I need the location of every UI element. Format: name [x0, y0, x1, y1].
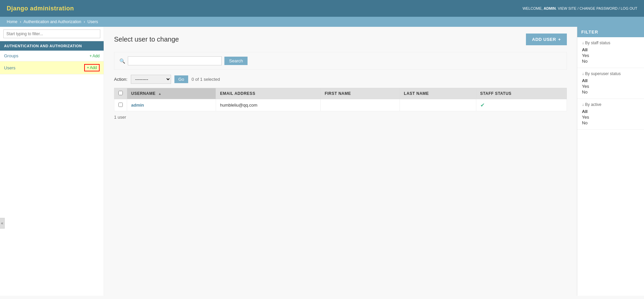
row-checkbox-col — [114, 99, 127, 111]
filter-section: ↓ By superuser statusAllYesNo — [577, 68, 644, 99]
filter-section: ↓ By staff statusAllYesNo — [577, 37, 644, 68]
filter-option[interactable]: All — [582, 109, 639, 114]
plus-icon: + — [90, 54, 92, 58]
add-user-label: ADD USER — [532, 37, 556, 42]
col-last-name[interactable]: LAST NAME — [400, 88, 476, 99]
sidebar-users-link[interactable]: Users — [4, 65, 15, 70]
users-table: USERNAME ▲ EMAIL ADDRESS FIRST NAME LAST… — [114, 88, 567, 111]
filter-header: FILTER — [577, 27, 644, 37]
table-body: admin humbleliu@qq.com ✔ — [114, 99, 567, 111]
log-out-link[interactable]: LOG OUT — [621, 6, 637, 10]
search-button[interactable]: Search — [224, 57, 248, 65]
col-first-name-label: FIRST NAME — [325, 91, 351, 96]
result-count: 1 user — [114, 115, 567, 120]
select-all-checkbox[interactable] — [118, 91, 123, 95]
row-username: admin — [127, 99, 216, 111]
actions-bar: Action: --------- Go 0 of 1 selected — [114, 75, 567, 84]
sidebar-filter — [0, 27, 104, 41]
filter-section: ↓ By activeAllYesNo — [577, 99, 644, 130]
add-label: Add — [93, 54, 100, 58]
content-header: Select user to change ADD USER + — [114, 34, 567, 45]
filter-option-inactive: No — [582, 120, 639, 125]
sidebar-filter-input[interactable] — [3, 29, 100, 38]
filter-section-title: ↓ By superuser status — [582, 71, 639, 76]
main-content: Select user to change ADD USER + 🔍 Searc… — [104, 27, 577, 296]
col-email[interactable]: EMAIL ADDRESS — [216, 88, 320, 99]
filter-section-title: ↓ By active — [582, 102, 639, 107]
view-site-link[interactable]: VIEW SITE — [558, 6, 577, 10]
row-staff-status: ✔ — [476, 99, 567, 111]
add-user-button[interactable]: ADD USER + — [526, 34, 567, 45]
collapse-sidebar-button[interactable]: « — [0, 218, 5, 229]
table-header-row: USERNAME ▲ EMAIL ADDRESS FIRST NAME LAST… — [114, 88, 567, 99]
filter-section-title: ↓ By staff status — [582, 41, 639, 45]
site-title: Django administration — [7, 5, 74, 12]
staff-status-icon: ✔ — [480, 102, 485, 108]
change-password-link[interactable]: CHANGE PASSWORD — [580, 6, 618, 10]
breadcrumb: Home › Authentication and Authorization … — [0, 17, 644, 27]
row-checkbox[interactable] — [118, 103, 123, 107]
filter-option-inactive: No — [582, 59, 639, 64]
username-link[interactable]: admin — [131, 103, 144, 108]
select-all-col — [114, 88, 127, 99]
filter-option-inactive: Yes — [582, 53, 639, 58]
filter-option-inactive: No — [582, 89, 639, 95]
add-icon: + — [558, 37, 561, 42]
user-tools: WELCOME, ADMIN. VIEW SITE / CHANGE PASSW… — [523, 6, 637, 10]
sidebar-users-add[interactable]: + Add — [84, 64, 100, 71]
breadcrumb-separator-2: › — [84, 19, 85, 24]
sidebar-groups-add[interactable]: + Add — [90, 54, 100, 58]
plus-icon: + — [87, 65, 89, 70]
col-staff-status[interactable]: STAFF STATUS — [476, 88, 567, 99]
content-wrapper: AUTHENTICATION AND AUTHORIZATION Groups … — [0, 27, 644, 296]
search-bar: 🔍 Search — [114, 52, 567, 70]
row-last-name — [400, 99, 476, 111]
page-title: Select user to change — [114, 36, 179, 43]
sidebar: AUTHENTICATION AND AUTHORIZATION Groups … — [0, 27, 104, 296]
search-input[interactable] — [128, 56, 222, 65]
breadcrumb-current: Users — [88, 19, 98, 24]
filter-option-inactive: Yes — [582, 115, 639, 120]
selected-count: 0 of 1 selected — [192, 77, 220, 82]
breadcrumb-home[interactable]: Home — [7, 19, 17, 24]
sidebar-item-groups: Groups + Add — [0, 51, 104, 61]
filter-option[interactable]: All — [582, 47, 639, 52]
username: ADMIN — [544, 6, 556, 10]
filter-option-inactive: Yes — [582, 84, 639, 89]
header: Django administration WELCOME, ADMIN. VI… — [0, 0, 644, 17]
sort-arrow-icon: ▲ — [158, 92, 162, 96]
col-last-name-label: LAST NAME — [404, 91, 429, 96]
col-username[interactable]: USERNAME ▲ — [127, 88, 216, 99]
module-header: AUTHENTICATION AND AUTHORIZATION — [0, 41, 104, 51]
welcome-text: WELCOME, — [523, 6, 543, 10]
breadcrumb-section[interactable]: Authentication and Authorization — [23, 19, 81, 24]
col-staff-status-label: STAFF STATUS — [480, 91, 512, 96]
add-label: Add — [90, 65, 97, 70]
breadcrumb-separator-1: › — [20, 19, 21, 24]
col-username-label: USERNAME — [131, 91, 156, 96]
col-first-name[interactable]: FIRST NAME — [320, 88, 399, 99]
filter-sections: ↓ By staff statusAllYesNo↓ By superuser … — [577, 37, 644, 130]
sidebar-groups-link[interactable]: Groups — [4, 53, 18, 58]
filter-option[interactable]: All — [582, 78, 639, 83]
col-email-label: EMAIL ADDRESS — [220, 91, 255, 96]
table-row: admin humbleliu@qq.com ✔ — [114, 99, 567, 111]
action-select[interactable]: --------- — [131, 75, 171, 84]
row-email: humbleliu@qq.com — [216, 99, 320, 111]
filter-panel: FILTER ↓ By staff statusAllYesNo↓ By sup… — [577, 27, 644, 296]
action-label: Action: — [114, 77, 127, 82]
sidebar-item-users: Users + Add — [0, 61, 104, 74]
search-icon: 🔍 — [119, 58, 125, 64]
row-first-name — [320, 99, 399, 111]
go-button[interactable]: Go — [174, 75, 188, 83]
